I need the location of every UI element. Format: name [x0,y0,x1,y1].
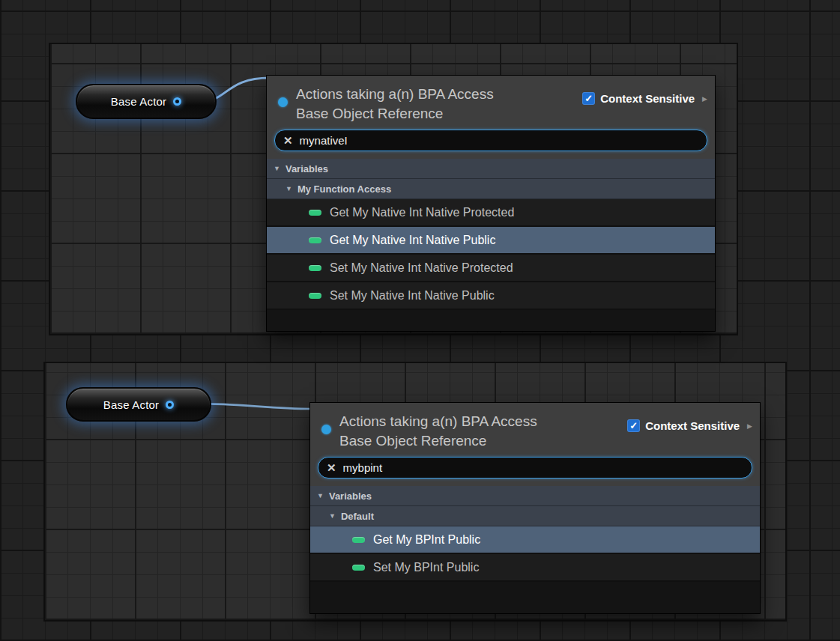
action-list: ▼ Variables ▼ My Function Access Get My … [267,159,715,331]
checkbox-checked-icon[interactable]: ✓ [582,92,595,105]
menu-title: Actions taking a(n) BPA Access Base Obje… [339,412,618,451]
action-list: ▼ Variables ▼ Default Get My BPInt Publi… [310,486,760,613]
object-pin-dot-icon [278,97,288,107]
collapse-triangle-icon[interactable]: ▼ [274,165,280,172]
context-action-menu-bottom: Actions taking a(n) BPA Access Base Obje… [309,402,761,614]
menu-title: Actions taking a(n) BPA Access Base Obje… [296,85,573,124]
output-pin-icon[interactable] [166,401,174,409]
chevron-right-icon[interactable]: ▶ [747,422,752,430]
node-base-actor-top[interactable]: Base Actor [76,84,217,119]
node-title: Base Actor [111,95,167,108]
variable-pin-icon [309,293,321,299]
variable-pin-icon [352,537,365,543]
category-my-function-access[interactable]: ▼ My Function Access [267,179,715,199]
search-input[interactable] [300,134,698,147]
node-base-actor-bottom[interactable]: Base Actor [66,387,211,422]
variable-pin-icon [352,565,365,571]
output-pin-icon[interactable] [173,97,181,106]
context-sensitive-toggle[interactable]: ✓ Context Sensitive ▶ [627,419,752,432]
category-default[interactable]: ▼ Default [310,506,760,526]
menu-header-band: Actions taking a(n) BPA Access Base Obje… [310,403,760,486]
checkbox-checked-icon[interactable]: ✓ [627,419,640,432]
action-item[interactable]: Set My Native Int Native Public [267,282,715,310]
action-item[interactable]: Set My Native Int Native Protected [267,255,715,282]
context-action-menu-top: Actions taking a(n) BPA Access Base Obje… [266,75,716,332]
action-item[interactable]: Get My Native Int Native Protected [267,199,715,227]
action-item-selected[interactable]: Get My BPInt Public [310,526,760,554]
blueprint-editor: Base Actor Base Actor Actions taking a(n… [0,0,840,641]
category-variables[interactable]: ▼ Variables [267,159,715,179]
collapse-triangle-icon[interactable]: ▼ [285,185,292,192]
action-search-box[interactable]: ✕ [274,130,707,151]
collapse-triangle-icon[interactable]: ▼ [329,512,336,520]
collapse-triangle-icon[interactable]: ▼ [317,492,324,499]
variable-pin-icon [309,265,321,271]
menu-header-band: Actions taking a(n) BPA Access Base Obje… [267,76,715,159]
node-title: Base Actor [103,398,160,411]
variable-pin-icon [309,210,321,216]
clear-search-icon[interactable]: ✕ [283,135,293,146]
object-pin-dot-icon [321,425,331,434]
variable-pin-icon [309,237,321,243]
action-search-box[interactable]: ✕ [318,457,752,479]
search-input[interactable] [343,461,743,474]
category-variables[interactable]: ▼ Variables [310,486,760,506]
context-sensitive-toggle[interactable]: ✓ Context Sensitive ▶ [582,92,707,105]
clear-search-icon[interactable]: ✕ [327,462,336,473]
action-item[interactable]: Set My BPInt Public [310,554,760,582]
action-item-selected[interactable]: Get My Native Int Native Public [267,227,715,255]
chevron-right-icon[interactable]: ▶ [702,95,707,103]
